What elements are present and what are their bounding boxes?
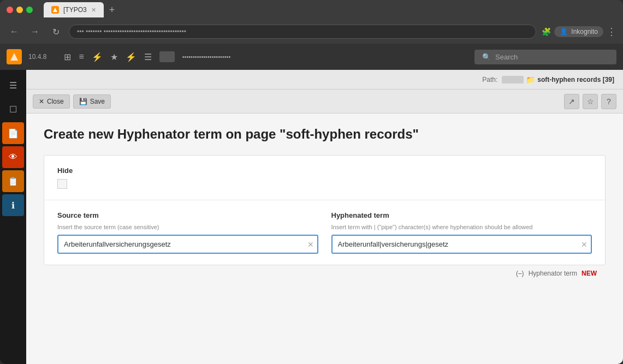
footer-note: (–) Hyphenator term NEW	[44, 265, 606, 277]
svg-marker-0	[53, 8, 57, 12]
content-area: Create new Hyphenator term on page "soft…	[26, 114, 623, 364]
path-blurred	[502, 76, 524, 83]
path-label: Path:	[482, 76, 497, 83]
close-label: Close	[47, 98, 64, 105]
hide-checkbox[interactable]	[57, 179, 67, 189]
save-icon: 💾	[79, 98, 87, 105]
hyphenated-term-input-wrapper: ✕	[331, 235, 592, 254]
page-path-display: •••••••••••••••••••••••	[182, 53, 231, 60]
sidebar-item-dashboard[interactable]: ☰	[2, 74, 24, 96]
main-content: Path: 📁 soft-hyphen records [39] ✕ Close…	[26, 70, 623, 364]
bookmark-button[interactable]: ☆	[583, 94, 598, 109]
close-icon: ✕	[39, 98, 44, 105]
content-wrapper: ☰ ☐ 📄 👁 📋 ℹ Path: 📁 soft-hyphen records …	[0, 70, 623, 364]
back-button[interactable]: ←	[7, 24, 22, 39]
tab-close-button[interactable]: ✕	[91, 7, 96, 14]
browser-window: [TYPO3 ✕ + ← → ↻ ••• ••••••• •••••••••••…	[0, 0, 623, 364]
footer-dash: (–)	[516, 270, 524, 277]
hyphenated-term-hint: Insert term with | ("pipe") character(s)…	[331, 224, 592, 230]
incognito-icon: 👤	[560, 28, 568, 35]
flash-icon[interactable]: ⚡	[126, 52, 137, 62]
toolbar: ✕ Close 💾 Save ↗ ☆ ?	[26, 89, 623, 114]
page-indicator	[159, 51, 175, 62]
sidebar: ☰ ☐ 📄 👁 📋 ℹ	[0, 70, 26, 364]
minimize-traffic-light[interactable]	[16, 7, 23, 13]
tab-bar: [TYPO3 ✕ +	[44, 2, 616, 17]
fields-row: Source term Insert the source term (case…	[44, 200, 605, 265]
footer-new-badge: NEW	[582, 270, 597, 277]
svg-marker-1	[10, 53, 18, 61]
address-bar-icons: 🧩 👤 Inkognito ⋮	[542, 26, 616, 38]
source-term-input[interactable]	[57, 235, 318, 254]
hyphenated-term-input[interactable]	[331, 235, 592, 254]
hide-section: Hide	[44, 156, 605, 200]
close-traffic-light[interactable]	[7, 7, 13, 13]
sidebar-item-view[interactable]: 👁	[2, 146, 24, 168]
path-folder: 📁 soft-hyphen records [39]	[502, 75, 614, 84]
lightning-icon[interactable]: ⚡	[92, 52, 103, 62]
typo3-logo	[7, 49, 22, 64]
tab-title: [TYPO3	[63, 6, 87, 14]
hyphenated-term-column: Hyphenated term Insert term with | ("pip…	[331, 211, 592, 254]
incognito-button[interactable]: 👤 Inkognito	[554, 26, 603, 37]
tab-favicon	[51, 6, 59, 14]
save-button[interactable]: 💾 Save	[73, 94, 111, 109]
url-bar[interactable]: ••• ••••••• ••••••••••••••••••••••••••••…	[69, 25, 536, 39]
active-tab[interactable]: [TYPO3 ✕	[44, 2, 104, 17]
sidebar-item-info[interactable]: ℹ	[2, 194, 24, 216]
bookmark-icon[interactable]: ★	[110, 52, 118, 62]
help-button[interactable]: ?	[601, 94, 616, 109]
sidebar-item-list[interactable]: 📄	[2, 122, 24, 144]
source-term-column: Source term Insert the source term (case…	[57, 211, 318, 254]
version-label: 10.4.8	[28, 53, 46, 61]
traffic-lights	[7, 7, 33, 13]
hide-label: Hide	[57, 166, 592, 175]
title-bar: [TYPO3 ✕ +	[0, 0, 623, 20]
path-folder-name: soft-hyphen records [39]	[537, 76, 614, 83]
typo3-topbar: 10.4.8 ⊞ ≡ ⚡ ★ ⚡ ☰ •••••••••••••••••••••…	[0, 44, 623, 70]
browser-menu-button[interactable]: ⋮	[607, 26, 616, 38]
forward-button[interactable]: →	[27, 24, 43, 39]
folder-icon: 📁	[526, 75, 535, 84]
menu-bars-icon[interactable]: ☰	[144, 52, 152, 62]
save-label: Save	[90, 98, 105, 105]
close-button[interactable]: ✕ Close	[33, 94, 70, 109]
hide-checkbox-row	[57, 179, 592, 189]
new-tab-button[interactable]: +	[106, 4, 118, 16]
address-bar: ← → ↻ ••• ••••••• ••••••••••••••••••••••…	[0, 20, 623, 44]
refresh-button[interactable]: ↻	[48, 24, 63, 39]
search-placeholder: Search	[495, 53, 518, 61]
extensions-icon[interactable]: 🧩	[542, 27, 551, 36]
page-title: Create new Hyphenator term on page "soft…	[44, 127, 606, 142]
top-bar-icons: ⊞ ≡ ⚡ ★ ⚡ ☰ •••••••••••••••••••••••	[64, 51, 230, 62]
sidebar-item-records[interactable]: 📋	[2, 170, 24, 192]
footer-type-label: Hyphenator term	[529, 270, 577, 277]
open-external-button[interactable]: ↗	[564, 94, 579, 109]
url-text: ••• ••••••• ••••••••••••••••••••••••••••…	[77, 28, 528, 35]
hyphenated-term-clear-button[interactable]: ✕	[581, 240, 588, 249]
path-bar: Path: 📁 soft-hyphen records [39]	[26, 70, 623, 89]
app-container: 10.4.8 ⊞ ≡ ⚡ ★ ⚡ ☰ •••••••••••••••••••••…	[0, 44, 623, 364]
toolbar-right: ↗ ☆ ?	[564, 94, 616, 109]
source-term-hint: Insert the source term (case sensitive)	[57, 224, 318, 230]
hyphenated-term-label: Hyphenated term	[331, 211, 592, 219]
search-icon: 🔍	[482, 53, 491, 61]
source-term-label: Source term	[57, 211, 318, 219]
list-icon[interactable]: ≡	[79, 52, 84, 62]
search-bar[interactable]: 🔍 Search	[474, 50, 616, 64]
source-term-clear-button[interactable]: ✕	[307, 240, 314, 249]
form-card: Hide Source term Insert the source term …	[44, 155, 606, 265]
sidebar-item-page[interactable]: ☐	[2, 98, 24, 120]
source-term-input-wrapper: ✕	[57, 235, 318, 254]
incognito-label: Inkognito	[571, 28, 598, 35]
apps-icon[interactable]: ⊞	[64, 52, 71, 62]
maximize-traffic-light[interactable]	[26, 7, 33, 13]
